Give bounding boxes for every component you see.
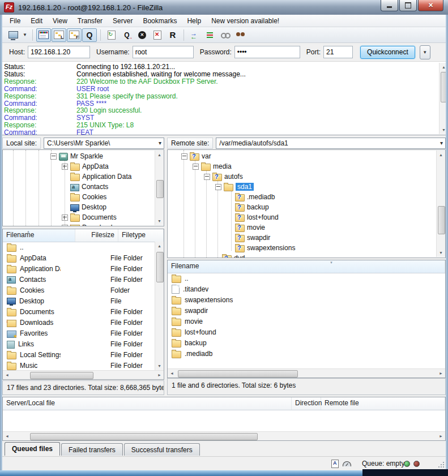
local-tree-scrollbar[interactable]: ▲ ▼ xyxy=(155,151,164,225)
collapse-icon[interactable] xyxy=(50,153,57,160)
resize-grip[interactable] xyxy=(438,461,445,468)
file-row[interactable]: Local SettingsFile Folder xyxy=(3,349,155,360)
file-row[interactable]: LinksFile Folder xyxy=(3,338,155,349)
filter-listing-button[interactable] xyxy=(203,28,217,42)
column-filename[interactable]: Filename ▲ xyxy=(3,229,75,242)
tab-successful-transfers[interactable]: Successful transfers xyxy=(124,443,200,456)
menu-file[interactable]: File xyxy=(5,15,25,27)
tree-row[interactable]: Application Data xyxy=(3,171,164,182)
reconnect-icon xyxy=(170,30,176,40)
menu-bookmarks[interactable]: Bookmarks xyxy=(138,15,182,27)
file-row[interactable]: .mediadb xyxy=(168,348,445,359)
tree-row[interactable]: backup xyxy=(168,202,445,212)
menu-view[interactable]: View xyxy=(48,15,72,27)
menu-transfer[interactable]: Transfer xyxy=(72,15,108,27)
tree-row[interactable]: lost+found xyxy=(168,212,445,222)
port-input[interactable] xyxy=(323,46,353,58)
file-row[interactable]: movie xyxy=(168,316,445,327)
process-queue-button[interactable] xyxy=(120,28,134,42)
file-row[interactable]: .. xyxy=(168,273,445,284)
directory-comparison-button[interactable] xyxy=(187,28,202,42)
tree-row[interactable]: Documents xyxy=(3,212,164,222)
toggle-remote-tree-button[interactable] xyxy=(67,28,82,42)
collapse-icon[interactable] xyxy=(215,184,221,190)
file-row[interactable]: ContactsFile Folder xyxy=(3,274,155,285)
quickconnect-button[interactable]: Quickconnect xyxy=(360,46,415,59)
tab-failed-transfers[interactable]: Failed transfers xyxy=(61,443,123,456)
tree-row[interactable]: .mediadb xyxy=(168,192,445,202)
site-manager-dropdown[interactable]: ▼ xyxy=(21,32,29,37)
cancel-operation-button[interactable] xyxy=(135,28,150,42)
expand-icon[interactable] xyxy=(62,215,68,221)
local-list-hscrollbar[interactable]: ◄ ► xyxy=(3,370,164,379)
tree-row[interactable]: swapextensions xyxy=(168,243,445,253)
file-row[interactable]: MusicFile Folder xyxy=(3,360,155,370)
reconnect-button[interactable] xyxy=(165,28,180,42)
queue-hscrollbar[interactable]: ◄ ► xyxy=(3,431,445,440)
tree-row-selected[interactable]: sda1 xyxy=(168,182,445,192)
menu-server[interactable]: Server xyxy=(108,15,138,27)
quickconnect-dropdown[interactable]: ▼ xyxy=(420,45,430,59)
tree-row[interactable]: Contacts xyxy=(3,182,164,192)
collapse-icon[interactable] xyxy=(181,153,187,160)
file-row[interactable]: CookiesFolder xyxy=(3,285,155,295)
expand-icon[interactable] xyxy=(62,225,68,227)
file-row[interactable]: .titandev xyxy=(168,284,445,294)
expand-icon[interactable] xyxy=(62,164,68,170)
tree-row[interactable]: Cookies xyxy=(3,192,164,202)
host-input[interactable] xyxy=(28,46,90,58)
tree-row[interactable]: autofs xyxy=(168,171,445,182)
column-direction[interactable]: Direction xyxy=(292,397,321,410)
column-server-local-file[interactable]: Server/Local file xyxy=(3,397,292,410)
remote-tree-scrollbar[interactable]: ▲ ▼ xyxy=(436,151,445,257)
minimize-button[interactable] xyxy=(381,0,398,11)
file-row[interactable]: AppDataFile Folder xyxy=(3,252,155,263)
username-input[interactable] xyxy=(133,46,194,58)
toggle-message-log-button[interactable] xyxy=(36,28,51,42)
file-row[interactable]: swapdir xyxy=(168,305,445,316)
column-filesize[interactable]: Filesize xyxy=(75,229,118,242)
file-row[interactable]: .. xyxy=(3,242,155,252)
menu-new-version[interactable]: New version available! xyxy=(206,15,284,27)
find-files-button[interactable] xyxy=(233,28,248,42)
menu-edit[interactable]: Edit xyxy=(25,15,48,27)
tree-row[interactable]: swapdir xyxy=(168,233,445,243)
tree-row[interactable]: AppData xyxy=(3,161,164,171)
synchronized-browsing-button[interactable] xyxy=(218,28,233,42)
remote-list-hscrollbar[interactable]: ◄ ► xyxy=(168,368,445,378)
file-row[interactable]: DesktopFile xyxy=(3,295,155,306)
local-list-vscrollbar[interactable]: ▲ ▼ xyxy=(155,242,164,370)
column-filetype[interactable]: Filetype xyxy=(118,229,164,242)
collapse-icon[interactable] xyxy=(193,164,199,170)
site-manager-button[interactable] xyxy=(6,28,20,42)
menu-help[interactable]: Help xyxy=(182,15,206,27)
remote-site-combobox[interactable]: /var/media/autofs/sda1 xyxy=(216,138,446,149)
log-line: Response:230 Login successful. xyxy=(4,107,448,114)
toggle-queue-button[interactable] xyxy=(82,28,97,42)
password-input[interactable] xyxy=(234,46,300,58)
tree-row[interactable]: Desktop xyxy=(3,202,164,212)
close-button[interactable]: ✕ xyxy=(418,0,443,11)
tree-row[interactable]: Downloads xyxy=(3,222,164,226)
file-row[interactable]: lost+found xyxy=(168,327,445,337)
file-row[interactable]: DownloadsFile Folder xyxy=(3,317,155,328)
file-row[interactable]: backup xyxy=(168,337,445,348)
collapse-icon[interactable] xyxy=(204,174,210,180)
tree-row[interactable]: Mr Sparkle xyxy=(3,151,164,161)
file-row[interactable]: DocumentsFile Folder xyxy=(3,306,155,317)
tab-queued-files[interactable]: Queued files xyxy=(5,442,60,456)
tree-row[interactable]: var xyxy=(168,151,445,161)
file-row[interactable]: swapextensions xyxy=(168,294,445,305)
refresh-button[interactable] xyxy=(104,28,119,42)
file-row[interactable]: Application DataFile Folder xyxy=(3,263,155,274)
tree-row[interactable]: dvd xyxy=(168,253,445,258)
tree-row[interactable]: movie xyxy=(168,222,445,233)
file-row[interactable]: FavoritesFile Folder xyxy=(3,328,155,338)
disconnect-button[interactable] xyxy=(150,28,165,42)
toggle-local-tree-button[interactable] xyxy=(52,28,66,42)
tree-row[interactable]: media xyxy=(168,161,445,171)
column-remote-file[interactable]: Remote file xyxy=(321,397,445,410)
column-filename[interactable]: Filename ▼ xyxy=(168,260,445,273)
maximize-button[interactable] xyxy=(399,0,417,11)
local-site-combobox[interactable]: C:\Users\Mr Sparkle\ xyxy=(44,138,164,149)
